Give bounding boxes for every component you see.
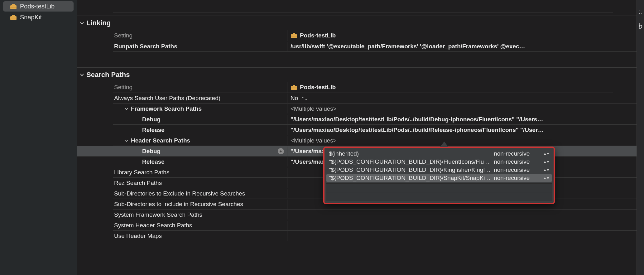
popover-path[interactable]: $(inherited) [329,150,491,157]
column-target-label: Pods-testLib [300,84,336,91]
setting-label: Header Search Paths [113,136,287,145]
chevron-down-icon[interactable] [124,139,129,142]
column-target[interactable]: Pods-testLib [287,82,613,93]
setting-label: Release [113,125,287,135]
section-linking: Linking Setting Pods-testLib Runpath Sea… [77,16,644,64]
column-headers: Setting Pods-testLib [113,30,613,41]
section-header-search-paths[interactable]: Search Paths [77,67,644,82]
blank-row [113,52,613,64]
column-setting: Setting [113,30,287,41]
setting-label: Debug + [113,147,287,156]
setting-value[interactable] [287,214,644,216]
setting-value[interactable]: <Multiple values> [287,104,644,113]
popover-path[interactable]: "${PODS_CONFIGURATION_BUILD_DIR}/Kingfis… [329,166,491,173]
column-target[interactable]: Pods-testLib [287,30,613,41]
sidebar-item-label: SnapKit [20,14,42,21]
popover-blank-row[interactable] [326,184,552,192]
popover-blank-row[interactable] [326,192,552,201]
popover-row[interactable]: $(inherited) non-recursive ▲▼ [326,150,552,158]
sidebar-item-pods-testlib[interactable]: Pods-testLib [3,1,74,12]
setting-label: System Header Search Paths [113,221,287,230]
popover-path[interactable]: "${PODS_CONFIGURATION_BUILD_DIR}/FluentI… [329,158,491,165]
add-icon[interactable]: + [278,148,284,154]
setting-row-use-header-maps[interactable]: Use Header Maps [113,231,644,241]
column-setting: Setting [113,82,287,93]
popover-scope[interactable]: non-recursive [494,166,541,173]
select-indicator-icon[interactable]: ⌃⌄ [301,96,308,101]
svg-rect-4 [12,15,15,17]
config-label: Release [114,158,165,165]
toolbox-icon [10,4,17,9]
setting-row-framework-release[interactable]: Release "/Users/maxiao/Desktop/test/test… [113,125,644,135]
svg-rect-7 [293,33,295,35]
right-gutter: :. b [637,0,644,275]
gutter-glyph: :. [637,9,644,15]
column-headers: Setting Pods-testLib [113,82,613,93]
setting-row-framework-debug[interactable]: Debug "/Users/maxiao/Desktop/test/testLi… [113,114,644,125]
setting-row-framework-search[interactable]: Framework Search Paths <Multiple values> [113,104,644,114]
stepper-icon[interactable]: ▲▼ [543,168,549,172]
svg-rect-1 [12,4,15,6]
toolbox-icon [10,15,17,20]
svg-rect-11 [291,88,297,88]
stepper-icon[interactable]: ▲▼ [543,176,549,180]
svg-rect-5 [10,18,17,18]
search-paths-popover[interactable]: $(inherited) non-recursive ▲▼ "${PODS_CO… [323,147,555,204]
setting-value[interactable]: "/Users/maxiao/Desktop/test/testLib/Pods… [287,115,644,124]
stepper-icon[interactable]: ▲▼ [543,160,549,164]
svg-rect-8 [291,36,297,36]
setting-label: Debug [113,115,287,124]
popover-row[interactable]: "${PODS_CONFIGURATION_BUILD_DIR}/FluentI… [326,158,552,166]
setting-label: Use Header Maps [113,231,287,241]
setting-row-runpath[interactable]: Runpath Search Paths /usr/lib/swift '@ex… [113,41,644,52]
setting-row-always-search[interactable]: Always Search User Paths (Deprecated) No… [113,93,644,104]
sidebar-item-label: Pods-testLib [20,3,55,10]
setting-value[interactable]: "/Users/maxiao/Desktop/test/testLib/Pods… [287,125,644,135]
setting-label: Library Search Paths [113,168,287,177]
popover-row[interactable]: "${PODS_CONFIGURATION_BUILD_DIR}/Kingfis… [326,166,552,174]
setting-label: Framework Search Paths [113,104,287,113]
setting-label: Rez Search Paths [113,178,287,188]
popover-path[interactable]: "${PODS_CONFIGURATION_BUILD_DIR}/SnapKit… [329,175,491,181]
section-header-linking[interactable]: Linking [77,16,644,30]
setting-label: Always Search User Paths (Deprecated) [113,94,287,103]
chevron-down-icon[interactable] [79,73,84,77]
setting-label-text: Framework Search Paths [131,105,202,112]
svg-rect-10 [293,85,295,86]
sidebar: Pods-testLib SnapKit [0,0,77,275]
setting-label: Release [113,157,287,166]
section-title: Search Paths [86,71,130,79]
config-label: Debug [114,148,161,155]
config-label: Debug [114,116,161,123]
popover-scope[interactable]: non-recursive [494,150,541,157]
setting-label: System Framework Search Paths [113,210,287,220]
setting-value[interactable]: /usr/lib/swift '@executable_path/Framewo… [287,42,644,51]
setting-row-sys-header[interactable]: System Header Search Paths [113,220,644,231]
setting-label: Sub-Directories to Include in Recursive … [113,200,287,209]
chevron-down-icon[interactable] [124,107,129,111]
setting-row-header-search[interactable]: Header Search Paths <Multiple values> [113,135,644,146]
popover-scope[interactable]: non-recursive [494,175,541,181]
setting-label: Sub-Directories to Exclude in Recursive … [113,189,287,198]
setting-value[interactable]: No ⌃⌄ [287,94,644,103]
stepper-icon[interactable]: ▲▼ [543,152,549,156]
gutter-glyph: b [637,22,644,31]
toolbox-icon [291,84,297,90]
setting-value[interactable]: <Multiple values> [287,136,644,145]
svg-rect-2 [10,7,17,7]
setting-label-text: Header Search Paths [131,137,190,144]
build-settings-editor: Linking Setting Pods-testLib Runpath Sea… [77,0,644,275]
setting-value[interactable] [287,224,644,227]
sidebar-item-snapkit[interactable]: SnapKit [3,12,74,22]
config-label: Release [114,127,165,133]
column-target-label: Pods-testLib [300,32,336,39]
popover-row[interactable]: "${PODS_CONFIGURATION_BUILD_DIR}/SnapKit… [326,174,552,182]
setting-value[interactable] [287,235,644,237]
section-title: Linking [86,19,111,27]
setting-row-sys-framework[interactable]: System Framework Search Paths [113,210,644,220]
toolbox-icon [291,33,297,38]
setting-value-text: No [291,95,298,101]
chevron-down-icon[interactable] [79,21,84,25]
popover-scope[interactable]: non-recursive [494,158,541,165]
setting-label: Runpath Search Paths [113,42,287,51]
